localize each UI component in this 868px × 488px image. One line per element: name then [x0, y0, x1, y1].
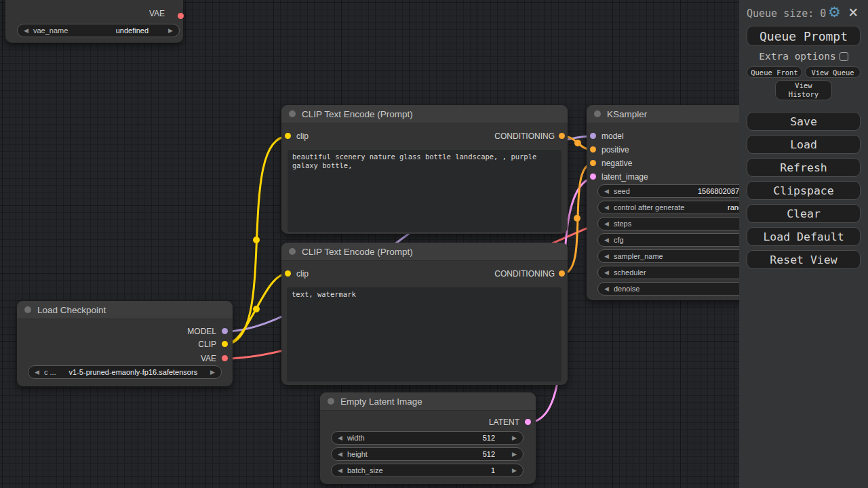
- widget-label: height: [347, 450, 368, 458]
- output-dot-latent[interactable]: [525, 419, 531, 425]
- collapse-dot-icon[interactable]: [594, 110, 601, 117]
- link-midpoint-dot: [253, 306, 260, 312]
- prompt-textarea[interactable]: beautiful scenery nature glass bottle la…: [288, 150, 561, 232]
- node-title: Load Checkpoint: [37, 305, 106, 315]
- widget-label: width: [347, 434, 365, 442]
- node-title: KSampler: [607, 109, 647, 119]
- widget-left-arrow-icon[interactable]: ◀: [604, 253, 609, 260]
- refresh-button[interactable]: Refresh: [747, 158, 861, 177]
- input-dot-negative[interactable]: [590, 160, 596, 166]
- slot-label-vae: VAE: [201, 354, 216, 363]
- widget-right-arrow-icon[interactable]: ▶: [168, 28, 173, 34]
- node-clip-text-encode-negative[interactable]: CLIP Text Encode (Prompt) clip CONDITION…: [281, 243, 568, 385]
- widget-label: seed: [614, 187, 630, 195]
- output-dot-conditioning[interactable]: [559, 270, 565, 277]
- collapse-dot-icon[interactable]: [328, 398, 334, 405]
- widget-label: sampler_name: [614, 252, 663, 260]
- output-dot-vae[interactable]: [178, 13, 184, 19]
- widget-value: 512: [483, 450, 495, 458]
- node-titlebar[interactable]: CLIP Text Encode (Prompt): [281, 105, 568, 123]
- node-empty-latent-image[interactable]: Empty Latent Image LATENT ◀ width 512 ▶ …: [320, 392, 536, 484]
- queue-prompt-button[interactable]: Queue Prompt: [747, 26, 861, 46]
- node-titlebar[interactable]: CLIP Text Encode (Prompt): [281, 243, 568, 261]
- input-dot-clip[interactable]: [285, 270, 291, 277]
- slot-label-negative: negative: [601, 159, 632, 168]
- widget-ckpt-name[interactable]: ◀ c ... v1-5-pruned-emaonly-fp16.safeten…: [28, 365, 222, 379]
- comfyui-canvas[interactable]: VAE ◀ vae_name undefined ▶ Load Checkpoi…: [0, 0, 868, 488]
- widget-label: denoise: [614, 285, 640, 293]
- widget-left-arrow-icon[interactable]: ◀: [35, 369, 39, 375]
- link-midpoint-dot: [574, 140, 581, 146]
- node-load-vae[interactable]: VAE ◀ vae_name undefined ▶: [5, 0, 183, 43]
- prompt-textarea[interactable]: text, watermark: [287, 287, 561, 382]
- clipspace-button[interactable]: Clipspace: [747, 181, 861, 200]
- node-title: CLIP Text Encode (Prompt): [302, 247, 413, 257]
- widget-value: v1-5-pruned-emaonly-fp16.safetensors: [61, 368, 205, 376]
- view-history-button[interactable]: View History: [775, 80, 832, 100]
- widget-left-arrow-icon[interactable]: ◀: [604, 188, 609, 195]
- close-icon[interactable]: ×: [848, 3, 858, 22]
- input-dot-latent-image[interactable]: [590, 174, 596, 180]
- slot-label-conditioning: CONDITIONING: [494, 131, 555, 141]
- slot-label-clip: clip: [296, 269, 309, 279]
- widget-left-arrow-icon[interactable]: ◀: [604, 205, 609, 211]
- collapse-dot-icon[interactable]: [289, 248, 296, 255]
- input-dot-model[interactable]: [590, 133, 596, 139]
- slot-label-clip: clip: [296, 131, 309, 141]
- widget-value: 1: [491, 466, 495, 474]
- widget-left-arrow-icon[interactable]: ◀: [338, 451, 342, 458]
- node-titlebar[interactable]: Empty Latent Image: [320, 392, 536, 411]
- settings-gear-icon[interactable]: ⚙: [828, 4, 841, 20]
- widget-left-arrow-icon[interactable]: ◀: [604, 270, 609, 276]
- extra-options-checkbox[interactable]: [840, 52, 848, 61]
- link-midpoint-dot: [574, 215, 580, 222]
- node-titlebar[interactable]: Load Checkpoint: [17, 301, 233, 319]
- output-dot-vae[interactable]: [222, 355, 228, 361]
- widget-left-arrow-icon[interactable]: ◀: [604, 221, 609, 227]
- output-dot-conditioning[interactable]: [559, 133, 565, 139]
- collapse-dot-icon[interactable]: [24, 306, 31, 313]
- widget-right-arrow-icon[interactable]: ▶: [512, 451, 517, 458]
- view-queue-button[interactable]: View Queue: [805, 66, 861, 78]
- input-dot-clip[interactable]: [285, 133, 291, 139]
- load-button[interactable]: Load: [747, 135, 861, 154]
- slot-label-model: model: [601, 131, 624, 141]
- link-midpoint-dot: [253, 237, 260, 243]
- widget-label: steps: [614, 220, 631, 228]
- node-load-checkpoint[interactable]: Load Checkpoint MODEL CLIP VAE ◀ c ... v…: [17, 301, 233, 386]
- widget-batch-size[interactable]: ◀ batch_size 1 ▶: [331, 464, 524, 477]
- input-dot-positive[interactable]: [590, 146, 596, 152]
- slot-label-latent-image: latent_image: [601, 172, 648, 182]
- slot-label-positive: positive: [601, 145, 629, 155]
- output-dot-clip[interactable]: [222, 341, 228, 347]
- load-default-button[interactable]: Load Default: [747, 227, 861, 246]
- widget-left-arrow-icon[interactable]: ◀: [24, 28, 28, 34]
- widget-left-arrow-icon[interactable]: ◀: [338, 435, 342, 441]
- widget-height[interactable]: ◀ height 512 ▶: [331, 447, 524, 461]
- widget-right-arrow-icon[interactable]: ▶: [210, 369, 215, 375]
- output-dot-model[interactable]: [222, 328, 228, 334]
- widget-width[interactable]: ◀ width 512 ▶: [331, 431, 524, 445]
- widget-left-arrow-icon[interactable]: ◀: [338, 468, 342, 474]
- widget-right-arrow-icon[interactable]: ▶: [512, 468, 517, 474]
- widget-left-arrow-icon[interactable]: ◀: [604, 286, 609, 292]
- menu-panel: Queue size: 0 ⚙ × Queue Prompt Extra opt…: [739, 0, 868, 488]
- save-button[interactable]: Save: [747, 112, 861, 131]
- clear-button[interactable]: Clear: [747, 204, 861, 223]
- widget-vae-name[interactable]: ◀ vae_name undefined ▶: [17, 24, 180, 37]
- queue-front-button[interactable]: Queue Front: [747, 66, 802, 78]
- widget-left-arrow-icon[interactable]: ◀: [604, 237, 609, 243]
- widget-label: control after generate: [614, 203, 685, 211]
- widget-value: undefined: [116, 26, 149, 35]
- widget-label: batch_size: [347, 466, 383, 474]
- widget-label: scheduler: [614, 268, 646, 277]
- slot-label-latent: LATENT: [489, 418, 519, 427]
- extra-options-row: Extra options: [739, 51, 868, 62]
- widget-value: 15668020871: [698, 187, 743, 195]
- collapse-dot-icon[interactable]: [289, 110, 296, 117]
- extra-options-label: Extra options: [759, 51, 836, 62]
- node-clip-text-encode-positive[interactable]: CLIP Text Encode (Prompt) clip CONDITION…: [281, 105, 568, 234]
- reset-view-button[interactable]: Reset View: [747, 250, 861, 269]
- widget-label: vae_name: [33, 26, 68, 35]
- widget-right-arrow-icon[interactable]: ▶: [512, 435, 517, 441]
